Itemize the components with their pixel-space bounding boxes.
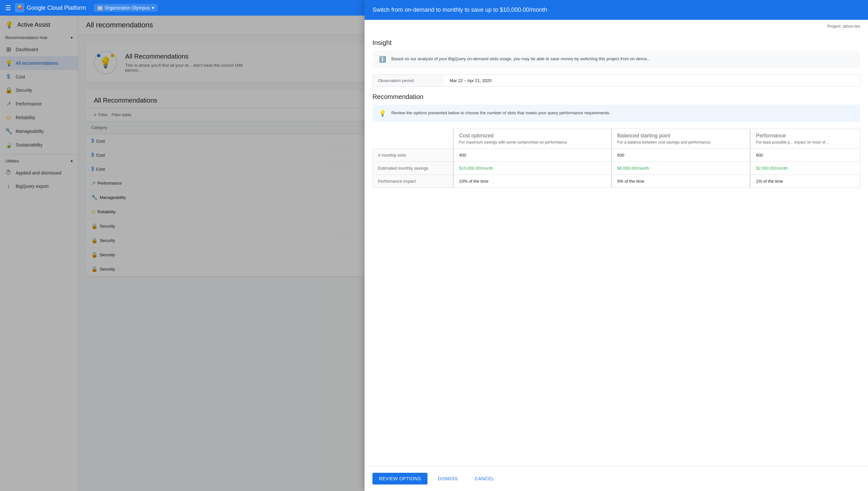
menu-icon[interactable]: ☰ xyxy=(5,4,11,12)
overlay-project: Project: athos-tes xyxy=(365,20,868,33)
rec-insight-box: 💡 Review the options presented below to … xyxy=(372,105,860,122)
comparison-row: # monthly slots 400 500 600 xyxy=(372,149,860,162)
row-label: Performance impact xyxy=(372,175,453,188)
rec-section-title: Recommendation xyxy=(365,93,868,105)
col2-value: $6,000.00/month xyxy=(612,162,750,175)
rec-insight-text: Review the options presented below to ch… xyxy=(391,110,610,116)
app-title: Google Cloud Platform xyxy=(15,3,86,12)
gcp-logo xyxy=(15,3,24,12)
empty-header-cell xyxy=(372,129,453,149)
col-performance: Performance For least possible p... impa… xyxy=(750,129,860,149)
rec-insight-icon: 💡 xyxy=(379,110,386,117)
org-chevron: ▾ xyxy=(152,5,154,10)
row-label: # monthly slots xyxy=(372,149,453,162)
overlay-header: Switch from on-demand to monthly to save… xyxy=(365,0,868,20)
row-label: Estimated monthly savings xyxy=(372,162,453,175)
col3-value: 1% of the time xyxy=(750,175,860,188)
comparison-row: Performance impact 10% of the time 5% of… xyxy=(372,175,860,188)
col-balanced: Balanced starting point For a balance be… xyxy=(612,129,750,149)
overlay-panel: Switch from on-demand to monthly to save… xyxy=(365,0,868,491)
obs-period-label: Observation period xyxy=(373,75,444,86)
col-cost-optimized: Cost optimized For maximum savings with … xyxy=(453,129,611,149)
cancel-button[interactable]: CANCEL xyxy=(468,473,501,485)
comparison-table: Cost optimized For maximum savings with … xyxy=(372,128,860,188)
overlay-footer: REVIEW OPTIONS DISMISS CANCEL xyxy=(365,466,868,491)
col1-value: 400 xyxy=(453,149,611,162)
insight-info-icon: ℹ️ xyxy=(379,56,386,63)
overlay-body: Project: athos-tes Insight ℹ️ Based on o… xyxy=(365,20,868,466)
observation-table: Observation period Mar 22 – Apr 21, 2020 xyxy=(372,75,860,87)
dismiss-button[interactable]: DISMISS xyxy=(431,473,464,485)
obs-period-value: Mar 22 – Apr 21, 2020 xyxy=(444,75,497,86)
col3-value: $2,000.00/month xyxy=(750,162,860,175)
col2-value: 5% of the time xyxy=(612,175,750,188)
col1-value: 10% of the time xyxy=(453,175,611,188)
col1-value: $10,000.00/month xyxy=(453,162,611,175)
col2-value: 500 xyxy=(612,149,750,162)
col3-value: 600 xyxy=(750,149,860,162)
review-options-button[interactable]: REVIEW OPTIONS xyxy=(372,473,427,485)
insight-text: Based on our analysis of your BigQuery o… xyxy=(391,56,650,62)
org-selector[interactable]: 🏢 Organization Olympus ▾ xyxy=(94,4,158,12)
org-icon: 🏢 xyxy=(97,5,103,10)
overlay-title: Switch from on-demand to monthly to save… xyxy=(372,6,860,13)
insight-section-title: Insight xyxy=(365,33,868,51)
insight-box: ℹ️ Based on our analysis of your BigQuer… xyxy=(372,51,860,68)
comparison-row: Estimated monthly savings $10,000.00/mon… xyxy=(372,162,860,175)
svg-point-3 xyxy=(18,5,21,8)
